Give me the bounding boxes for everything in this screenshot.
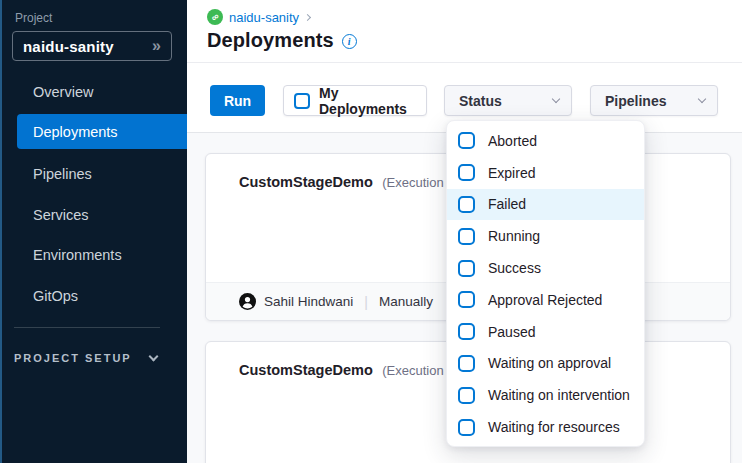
status-option-paused[interactable]: Paused	[447, 316, 644, 348]
my-deployments-checkbox[interactable]	[294, 93, 310, 109]
sidebar-item-environments[interactable]: Environments	[0, 238, 187, 272]
status-option-waiting-for-resources[interactable]: Waiting for resources	[447, 411, 644, 443]
status-option-expired[interactable]: Expired	[447, 157, 644, 189]
status-option-running[interactable]: Running	[447, 220, 644, 252]
status-option-label: Failed	[488, 196, 526, 212]
status-option-checkbox[interactable]	[458, 323, 475, 340]
breadcrumb: ∞ naidu-sanity	[207, 9, 310, 25]
sidebar-item-label: Deployments	[33, 124, 118, 140]
pipeline-name: CustomStageDemo	[239, 362, 373, 378]
project-selector-value: naidu-sanity	[23, 38, 152, 55]
status-option-checkbox[interactable]	[458, 164, 475, 181]
my-deployments-toggle[interactable]: My Deployments	[283, 85, 427, 116]
chevron-down-icon	[552, 95, 560, 103]
triggered-by-name: Sahil Hindwani	[264, 294, 353, 309]
status-option-checkbox[interactable]	[458, 387, 475, 404]
status-option-checkbox[interactable]	[458, 291, 475, 308]
title-row: Deployments i	[207, 29, 357, 52]
status-option-label: Success	[488, 260, 541, 276]
status-filter-dropdown[interactable]: Status	[444, 85, 572, 116]
double-chevron-icon[interactable]: »	[152, 37, 161, 55]
status-option-success[interactable]: Success	[447, 252, 644, 284]
project-setup-label: PROJECT SETUP	[14, 352, 132, 364]
sidebar-item-deployments[interactable]: Deployments	[17, 114, 187, 149]
sidebar-item-label: GitOps	[33, 288, 78, 304]
page-title: Deployments	[207, 29, 334, 52]
status-option-waiting-on-intervention[interactable]: Waiting on intervention	[447, 379, 644, 411]
chevron-right-icon	[304, 14, 311, 21]
status-filter-label: Status	[459, 93, 502, 109]
project-setup-toggle[interactable]: PROJECT SETUP	[14, 349, 174, 367]
status-option-label: Aborted	[488, 133, 537, 149]
status-option-approval-rejected[interactable]: Approval Rejected	[447, 284, 644, 316]
run-button[interactable]: Run	[210, 85, 265, 116]
status-option-checkbox[interactable]	[458, 228, 475, 245]
chevron-down-icon	[698, 95, 706, 103]
cd-module-icon: ∞	[207, 9, 223, 25]
pipelines-filter-label: Pipelines	[605, 93, 666, 109]
status-option-checkbox[interactable]	[458, 355, 475, 372]
sidebar-divider	[14, 327, 160, 328]
status-option-failed[interactable]: Failed	[447, 189, 644, 221]
chevron-down-icon	[148, 351, 158, 361]
status-filter-menu: Aborted Expired Failed Running Success A…	[446, 120, 645, 447]
status-option-checkbox[interactable]	[458, 260, 475, 277]
sidebar-item-services[interactable]: Services	[0, 198, 187, 232]
status-option-label: Waiting on approval	[488, 355, 611, 371]
status-option-checkbox[interactable]	[458, 132, 475, 149]
sidebar-item-label: Overview	[33, 84, 93, 100]
sidebar: Project naidu-sanity » Overview Deployme…	[0, 0, 187, 463]
sidebar-item-label: Services	[33, 207, 89, 223]
status-option-label: Running	[488, 228, 540, 244]
pipeline-name: CustomStageDemo	[239, 174, 373, 190]
status-option-label: Expired	[488, 165, 535, 181]
project-label: Project	[15, 11, 52, 25]
status-option-aborted[interactable]: Aborted	[447, 125, 644, 157]
user-avatar-icon	[239, 293, 256, 310]
trigger-type-label: Manually	[379, 294, 433, 309]
status-option-checkbox[interactable]	[458, 419, 475, 436]
status-option-label: Waiting for resources	[488, 419, 620, 435]
sidebar-item-label: Pipelines	[33, 166, 92, 182]
sidebar-item-gitops[interactable]: GitOps	[0, 279, 187, 313]
project-selector[interactable]: naidu-sanity »	[12, 31, 172, 61]
status-option-waiting-on-approval[interactable]: Waiting on approval	[447, 348, 644, 380]
my-deployments-label: My Deployments	[319, 85, 426, 117]
status-option-label: Paused	[488, 324, 535, 340]
status-option-label: Waiting on intervention	[488, 387, 630, 403]
sidebar-item-overview[interactable]: Overview	[0, 75, 187, 109]
sidebar-item-label: Environments	[33, 247, 122, 263]
sidebar-item-pipelines[interactable]: Pipelines	[0, 157, 187, 191]
footer-separator: |	[361, 294, 371, 310]
info-icon[interactable]: i	[342, 34, 357, 49]
breadcrumb-project-link[interactable]: naidu-sanity	[229, 10, 299, 25]
app-window: Project naidu-sanity » Overview Deployme…	[0, 0, 742, 463]
status-option-checkbox[interactable]	[458, 196, 475, 213]
pipelines-filter-dropdown[interactable]: Pipelines	[590, 85, 718, 116]
page-header: ∞ naidu-sanity Deployments i	[187, 0, 742, 62]
status-option-label: Approval Rejected	[488, 292, 602, 308]
